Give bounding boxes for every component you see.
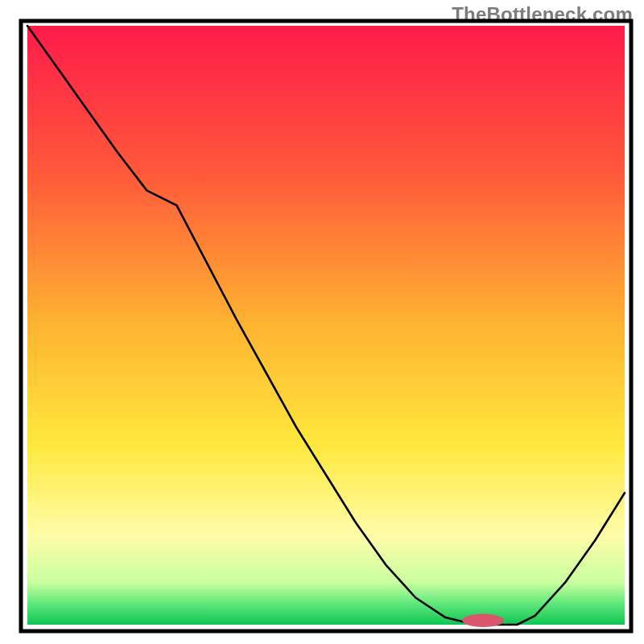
- bottleneck-chart: [0, 0, 644, 644]
- plot-background: [27, 26, 625, 625]
- chart-stage: TheBottleneck.com: [0, 0, 644, 644]
- optimal-marker: [462, 614, 504, 627]
